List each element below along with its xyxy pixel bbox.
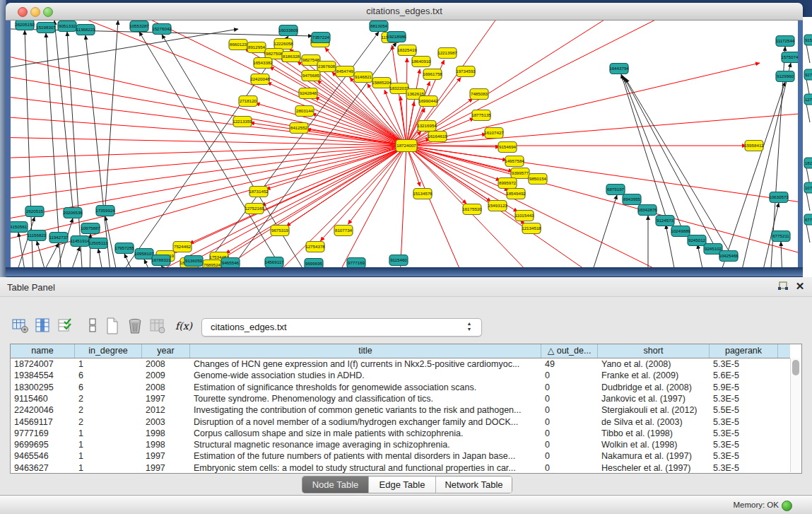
cell-pagerank: 5.3E-5	[710, 358, 778, 370]
graph-node-label: 9245012	[688, 238, 706, 243]
graph-node-label: 18342876	[637, 207, 657, 212]
graph-node-label: 16175520	[462, 206, 482, 211]
row-height-icon[interactable]	[83, 317, 102, 335]
cell-out_degree: 0	[541, 462, 598, 473]
cell-short: Wolkin et al. (1998)	[598, 439, 710, 450]
cell-in_degree: 1	[75, 358, 142, 370]
scrollbar-thumb[interactable]	[792, 360, 799, 375]
new-table-icon[interactable]	[103, 317, 122, 335]
graph-node-label: 16788321	[151, 257, 171, 262]
window-title: citations_edges.txt	[6, 6, 803, 16]
cell-year: 1997	[142, 450, 190, 462]
import-table-icon[interactable]	[148, 317, 167, 335]
graph-node-label: 9115460	[390, 257, 407, 262]
graph-node-label: 9399577	[512, 170, 529, 175]
cell-title: Changes of HCN gene expression and I(f) …	[190, 358, 541, 370]
graph-node-label: 14569117	[264, 259, 284, 264]
graph-node-label: 18325419	[397, 47, 417, 52]
column-header-title[interactable]: title	[190, 344, 541, 358]
graph-node-label: 9146821	[355, 74, 372, 79]
cell-out_degree: 0	[541, 428, 598, 439]
graph-node-label: 22420046	[250, 76, 270, 81]
graph-node-label: 8943955	[623, 197, 641, 201]
table-row[interactable]: 977716911998Corpus callosum shape and si…	[11, 428, 790, 439]
close-panel-icon[interactable]: ✕	[794, 280, 806, 293]
graph-node-label: 7524462	[174, 244, 192, 249]
cell-out_degree: 0	[541, 439, 598, 450]
graph-node-label: 12134518	[522, 226, 541, 230]
column-header-in_degree[interactable]: in_degree	[75, 344, 142, 358]
graph-node-label: 9827548	[302, 57, 320, 62]
column-header-short[interactable]: short	[598, 344, 710, 358]
dropdown-stepper-icon: ▲▼	[466, 321, 473, 334]
status-bar: Memory: OK	[0, 495, 812, 514]
graph-node-label: 9129960	[777, 74, 794, 78]
graph-node-label: 18731452	[249, 189, 269, 194]
cell-pagerank: 5.9E-5	[710, 382, 778, 393]
tab-node-table[interactable]: Node Table	[302, 477, 368, 493]
table-body: 1872400712008Changes of HCN gene express…	[11, 358, 790, 473]
float-panel-icon[interactable]	[777, 281, 789, 292]
graph-node-label: 15493123	[488, 203, 507, 208]
graph-node-label: 14957584	[505, 158, 524, 163]
graph-node-label: 18322037	[389, 86, 409, 90]
graph-node-label: 9150561	[11, 224, 28, 229]
table-row[interactable]: 2242004622012Investigating the contribut…	[11, 404, 790, 416]
desktop-background: citations_edges.txt 86601238912954122260…	[0, 0, 812, 277]
tab-edge-table[interactable]: Edge Table	[368, 477, 435, 493]
table-options-icon[interactable]	[11, 317, 30, 335]
column-header-year[interactable]: year	[142, 344, 190, 358]
table-scrollbar[interactable]	[790, 358, 801, 472]
table-row[interactable]: 946554611997Estimation of the future num…	[11, 450, 790, 462]
graph-node-label: 16107427	[484, 130, 504, 135]
graph-node-label: 16961758	[423, 71, 442, 76]
column-header-pagerank[interactable]: pagerank	[710, 344, 778, 358]
cell-pagerank: 5.3E-5	[710, 462, 778, 473]
show-columns-icon[interactable]	[34, 317, 52, 335]
graph-node-label: 9154694	[499, 144, 517, 149]
graph-node-label: 12213987	[437, 50, 457, 55]
cell-out_degree: 0	[541, 404, 598, 416]
graph-node-label: 6879197	[607, 187, 625, 192]
window-titlebar[interactable]: citations_edges.txt	[6, 3, 803, 21]
network-view-window[interactable]: citations_edges.txt 86601238912954122260…	[6, 3, 803, 276]
graph-node-label: 19218986	[387, 34, 406, 39]
graph-node-label: 15750740	[781, 54, 798, 59]
table-row[interactable]: 1456911722003Disruption of a novel membe…	[11, 416, 790, 428]
graph-node-label: 16990442	[418, 98, 438, 103]
graph-node-label: 9465546	[222, 260, 240, 265]
background-network-window: 915692771277182110706775	[803, 17, 812, 277]
cell-pagerank: 5.3E-5	[710, 450, 778, 462]
table-row[interactable]: 1872400712008Changes of HCN gene express…	[11, 358, 790, 370]
cell-in_degree: 6	[75, 382, 142, 393]
graph-node-label: 18549492	[506, 191, 526, 196]
function-builder-icon[interactable]: f(x)	[174, 317, 192, 335]
graph-node-label: 6775211	[772, 233, 789, 238]
table-row[interactable]: 911546021997Tourette syndrome. Phenomeno…	[11, 393, 790, 404]
graph-node-label: 17957255	[114, 245, 134, 250]
table-row[interactable]: 946362711997Embryonic stem cells: a mode…	[11, 462, 790, 473]
cell-pagerank: 5.6E-5	[710, 370, 778, 381]
column-header-name[interactable]: name	[11, 344, 75, 358]
memory-status-icon[interactable]	[782, 501, 792, 511]
graph-node-label: 8107734	[335, 228, 353, 233]
table-row[interactable]: 1938455462009Genome-wide association stu…	[11, 370, 790, 381]
memory-status-label: Memory: OK	[733, 501, 779, 509]
select-rows-icon[interactable]	[57, 317, 75, 335]
svg-text:1277: 1277	[805, 98, 812, 102]
graph-node-label: 2718120	[240, 98, 257, 103]
table-selector-dropdown[interactable]: citations_edges.txt ▲▼	[201, 318, 482, 337]
graph-node-label: 16164619	[428, 134, 447, 139]
network-canvas[interactable]: 8660123891295412226058982750816543382818…	[11, 20, 798, 268]
table-panel-header: Table Panel ✕	[0, 277, 812, 297]
cell-short: Dudbridge et al. (2008)	[598, 382, 710, 393]
graph-node-label: 10553287	[129, 23, 149, 28]
graph-node-label: 16543382	[253, 60, 273, 65]
cell-year: 1998	[142, 439, 190, 450]
cell-title: Estimation of the future numbers of pati…	[190, 450, 541, 462]
delete-table-icon[interactable]	[126, 317, 144, 335]
tab-network-table[interactable]: Network Table	[435, 477, 512, 493]
table-row[interactable]: 969969511998Structural magnetic resonanc…	[11, 439, 790, 450]
table-row[interactable]: 1830029562008Estimation of significance …	[11, 382, 790, 393]
column-header-out_degree[interactable]: △ out_de...	[541, 344, 598, 358]
